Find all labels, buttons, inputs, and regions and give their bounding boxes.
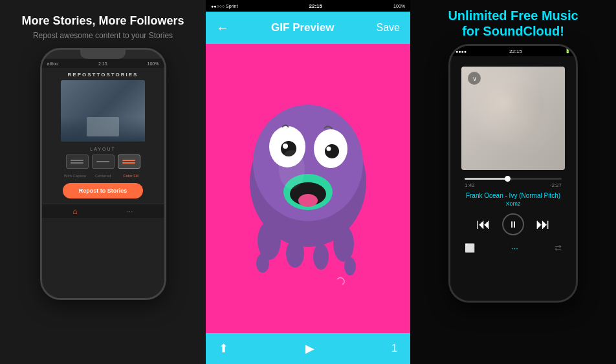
colorfill-label: Color Fill xyxy=(120,174,142,178)
gif-top-bar: ← GIF Preview Save xyxy=(206,12,410,44)
gif-status-bar: ●●○○○ Sprint 22:15 100% xyxy=(206,0,410,12)
progress-bar[interactable] xyxy=(465,178,562,180)
panel-repost: More Stories, More Followers Repost awes… xyxy=(0,0,206,364)
home-icon[interactable]: ⌂ xyxy=(72,207,77,216)
svg-point-13 xyxy=(327,146,331,151)
svg-point-7 xyxy=(344,257,356,275)
svg-point-11 xyxy=(283,144,288,149)
app-title: RepostToStories xyxy=(68,72,138,78)
svg-point-5 xyxy=(313,244,329,270)
layout-options xyxy=(66,155,140,169)
panel1-title: More Stories, More Followers xyxy=(21,14,184,28)
photo-detail xyxy=(87,117,119,136)
iphone1-screen: atttoo 2:15 100% RepostToStories LAYOUT xyxy=(42,59,164,298)
bottom-icons-row: ⬜ ··· ⇄ xyxy=(465,243,562,253)
svg-point-17 xyxy=(279,150,305,189)
progress-handle xyxy=(505,176,511,182)
more-icon[interactable]: ··· xyxy=(127,207,133,216)
panel1-header: More Stories, More Followers Repost awes… xyxy=(8,0,197,48)
iphone3-status-bar: ●●●● 22:15 🔋 xyxy=(450,46,576,56)
status-time: 2:15 xyxy=(98,61,107,66)
layout-label: LAYOUT xyxy=(90,147,116,151)
status-carrier: atttoo xyxy=(47,61,59,66)
gif-status-battery: 100% xyxy=(393,4,405,8)
rewind-button[interactable]: ⏮ xyxy=(476,216,490,233)
gif-title: GIF Preview xyxy=(271,21,334,34)
gif-content-area xyxy=(206,44,410,333)
bottom-nav-bar: ⌂ ··· xyxy=(42,204,164,218)
panel-gif: ●●○○○ Sprint 22:15 100% ← GIF Preview Sa… xyxy=(206,0,410,364)
centered-label: Centered xyxy=(92,174,115,178)
svg-point-4 xyxy=(286,239,304,268)
playback-controls: ⏮ ⏸ ⏭ xyxy=(476,213,550,235)
iphone3-status-signal: ●●●● xyxy=(456,49,467,54)
time-remaining: -2:27 xyxy=(550,182,562,188)
iphone-mockup-3: ●●●● 22:15 🔋 ∨ 1:42 -2:27 Frank Ocean - … xyxy=(448,44,578,303)
status-battery: 100% xyxy=(148,61,159,66)
shuffle-icon[interactable]: ⇄ xyxy=(555,243,562,253)
panel-soundcloud: Unlimited Free Music for SoundCloud! ●●●… xyxy=(410,0,616,364)
layout-centered[interactable] xyxy=(92,155,115,169)
gif-page-number: 1 xyxy=(391,343,397,354)
photo-preview xyxy=(61,80,145,142)
panel1-subtitle: Repost awesome content to your Stories xyxy=(21,31,184,40)
chevron-down-icon[interactable]: ∨ xyxy=(468,72,481,85)
svg-point-6 xyxy=(333,226,354,262)
iphone3-status-time: 22:15 xyxy=(509,48,522,54)
layout-colorfill[interactable] xyxy=(118,155,140,169)
track-name: Frank Ocean - Ivy (Normal Pitch) xyxy=(466,192,560,199)
progress-fill xyxy=(465,178,509,180)
artist-name: Xomz xyxy=(505,200,520,207)
album-art: ∨ xyxy=(461,67,565,170)
svg-point-16 xyxy=(298,194,318,207)
panel3-header: Unlimited Free Music for SoundCloud! xyxy=(435,0,591,44)
repost-button[interactable]: Repost to Stories xyxy=(63,183,144,198)
iphone3-status-battery: 🔋 xyxy=(565,48,571,54)
svg-point-3 xyxy=(256,253,269,273)
monster-svg xyxy=(230,79,386,299)
layout-line1 xyxy=(71,160,83,161)
iphone3-screen: ●●●● 22:15 🔋 ∨ 1:42 -2:27 Frank Ocean - … xyxy=(450,46,576,301)
gif-share-icon[interactable]: ⬆ xyxy=(219,341,228,356)
time-elapsed: 1:42 xyxy=(465,182,475,188)
gif-status-time: 22:15 xyxy=(309,3,322,9)
layout-labels: With Caption Centered Color Fill xyxy=(64,174,142,178)
layout-line5 xyxy=(122,162,135,164)
layout-caption[interactable] xyxy=(66,155,89,169)
iphone-mockup-1: atttoo 2:15 100% RepostToStories LAYOUT xyxy=(40,48,166,300)
fast-forward-button[interactable]: ⏭ xyxy=(536,216,550,233)
gif-back-button[interactable]: ← xyxy=(216,21,229,36)
gif-status-carrier: ●●○○○ Sprint xyxy=(211,4,237,8)
gif-bottom-bar: ⬆ ▶ 1 xyxy=(206,333,410,364)
monster-illustration xyxy=(230,79,386,299)
layout-line2 xyxy=(71,162,83,164)
caption-label: With Caption xyxy=(64,174,87,178)
share-icon-3[interactable]: ⬜ xyxy=(465,243,475,253)
layout-line4 xyxy=(122,160,135,161)
iphone1-status-bar: atttoo 2:15 100% xyxy=(42,59,164,68)
play-pause-button[interactable]: ⏸ xyxy=(502,213,524,235)
dots-icon[interactable]: ··· xyxy=(511,243,518,253)
pause-icon: ⏸ xyxy=(509,219,518,230)
svg-point-12 xyxy=(325,144,339,158)
time-row: 1:42 -2:27 xyxy=(465,182,562,188)
gif-save-button[interactable]: Save xyxy=(377,22,400,34)
iphone1-notch xyxy=(80,50,126,59)
gif-play-icon[interactable]: ▶ xyxy=(305,341,314,356)
layout-line3 xyxy=(96,161,109,162)
panel3-title: Unlimited Free Music for SoundCloud! xyxy=(448,8,578,39)
